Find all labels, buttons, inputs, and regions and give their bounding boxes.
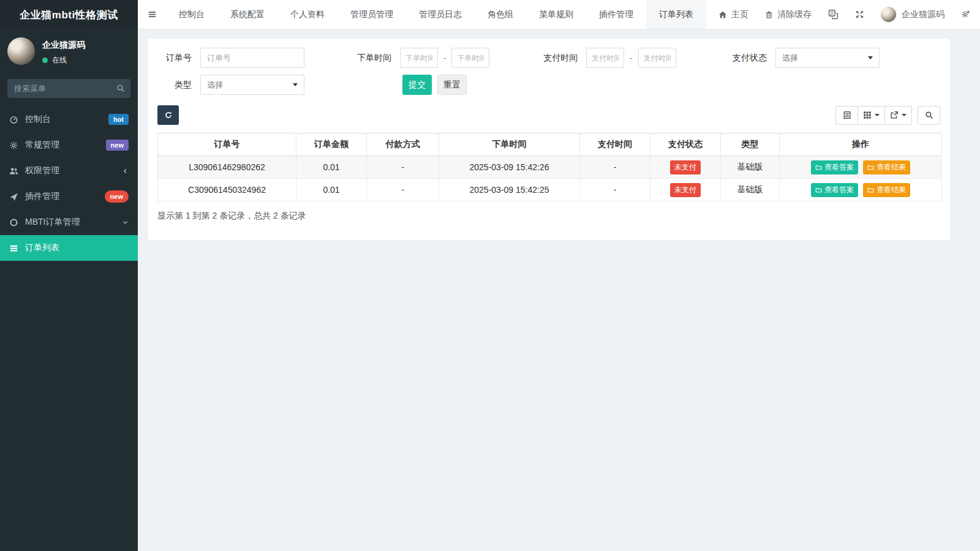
new-badge: new bbox=[106, 140, 129, 151]
home-link[interactable]: 主页 bbox=[718, 9, 748, 20]
reset-button[interactable]: 重置 bbox=[437, 75, 467, 95]
cogs-icon bbox=[9, 141, 18, 150]
toolbar-right bbox=[835, 106, 940, 125]
tab-role-group[interactable]: 角色组 bbox=[475, 0, 526, 29]
submit-button[interactable]: 提交 bbox=[402, 75, 432, 95]
pay-status-select[interactable]: 选择 bbox=[775, 48, 880, 68]
pay-time-end-input[interactable] bbox=[638, 48, 676, 68]
navbar-username: 企业猫源码 bbox=[902, 9, 944, 20]
top-navbar: 控制台 系统配置 个人资料 管理员管理 管理员日志 角色组 菜单规则 插件管理 … bbox=[138, 0, 980, 29]
hot-badge: hot bbox=[108, 114, 129, 125]
caret-down-icon bbox=[875, 114, 880, 116]
tab-addon-manage[interactable]: 插件管理 bbox=[586, 0, 646, 29]
sidebar-item-label: 常规管理 bbox=[25, 140, 59, 151]
cell-amount: 0.01 bbox=[296, 156, 367, 179]
menu-search-input[interactable] bbox=[7, 79, 130, 98]
view-answer-label: 查看答案 bbox=[824, 162, 854, 173]
view-result-button[interactable]: 查看结果 bbox=[863, 160, 910, 174]
range-separator: - bbox=[630, 53, 632, 62]
rocket-icon bbox=[9, 192, 18, 201]
sidebar-item-label: 插件管理 bbox=[25, 191, 59, 202]
content-panel: 订单号 下单时间 - 支付时间 - 支付状态 选择 类型 选择 提交 重置 bbox=[147, 38, 951, 241]
tab-system-config[interactable]: 系统配置 bbox=[217, 0, 277, 29]
folder-icon bbox=[867, 187, 874, 193]
sidebar-item-label: MBTI订单管理 bbox=[25, 217, 80, 228]
tab-admin-manage[interactable]: 管理员管理 bbox=[337, 0, 406, 29]
caret-down-icon bbox=[868, 56, 873, 59]
language-icon[interactable]: 文 bbox=[828, 9, 839, 20]
export-dropdown-button[interactable] bbox=[885, 106, 912, 125]
col-type: 类型 bbox=[721, 133, 780, 156]
tab-menu-rules[interactable]: 菜单规则 bbox=[526, 0, 586, 29]
tab-order-list[interactable]: 订单列表 bbox=[646, 0, 706, 29]
sidebar-item-general[interactable]: 常规管理 new bbox=[0, 132, 138, 158]
circle-o-icon bbox=[9, 218, 18, 227]
fullscreen-icon[interactable] bbox=[855, 10, 864, 19]
app-title: 企业猫mbti性格测试 bbox=[0, 0, 138, 29]
avatar bbox=[881, 7, 896, 22]
type-select[interactable]: 选择 bbox=[200, 75, 304, 95]
sidebar-item-auth[interactable]: 权限管理 bbox=[0, 158, 138, 184]
folder-icon bbox=[815, 187, 822, 193]
svg-text:文: 文 bbox=[829, 10, 834, 16]
sidebar-item-dashboard[interactable]: 控制台 hot bbox=[0, 107, 138, 132]
view-answer-label: 查看答案 bbox=[824, 185, 854, 195]
sidebar-item-label: 控制台 bbox=[25, 114, 51, 125]
tab-dashboard[interactable]: 控制台 bbox=[166, 0, 217, 29]
range-separator: - bbox=[443, 53, 446, 62]
orders-table: 订单号 订单金额 付款方式 下单时间 支付时间 支付状态 类型 操作 L3090… bbox=[157, 133, 942, 201]
cell-order-no: C309061450324962 bbox=[158, 179, 296, 201]
table-toolbar bbox=[157, 105, 940, 125]
type-select-value: 选择 bbox=[207, 80, 223, 91]
type-label: 类型 bbox=[157, 80, 192, 91]
cell-pay-method: - bbox=[367, 156, 439, 179]
order-no-input[interactable] bbox=[200, 48, 304, 68]
pay-status-select-value: 选择 bbox=[782, 53, 798, 64]
chevron-down-icon bbox=[122, 219, 129, 226]
new-badge: new bbox=[105, 190, 129, 203]
sidebar-item-label: 订单列表 bbox=[25, 242, 59, 253]
order-time-label: 下单时间 bbox=[352, 53, 391, 64]
folder-icon bbox=[815, 164, 822, 171]
caret-down-icon bbox=[902, 114, 907, 116]
user-status: 在线 bbox=[42, 55, 85, 66]
sidebar-item-order-list[interactable]: 订单列表 bbox=[0, 235, 138, 261]
order-time-end-input[interactable] bbox=[451, 48, 489, 68]
clear-cache-link[interactable]: 清除缓存 bbox=[765, 9, 812, 20]
table-row[interactable]: C309061450324962 0.01 - 2025-03-09 15:42… bbox=[158, 179, 942, 201]
columns-dropdown-button[interactable] bbox=[858, 106, 885, 125]
users-icon bbox=[9, 167, 18, 176]
sidebar-toggle-button[interactable] bbox=[138, 0, 166, 29]
clear-cache-label: 清除缓存 bbox=[777, 9, 812, 20]
cell-order-time: 2025-03-09 15:42:25 bbox=[439, 179, 580, 201]
caret-down-icon bbox=[293, 83, 298, 86]
order-time-start-input[interactable] bbox=[400, 48, 438, 68]
folder-icon bbox=[867, 164, 874, 171]
settings-cogs-icon[interactable] bbox=[961, 10, 970, 19]
cell-type: 基础版 bbox=[721, 179, 780, 201]
pay-time-label: 支付时间 bbox=[538, 53, 578, 64]
view-answer-button[interactable]: 查看答案 bbox=[811, 160, 858, 174]
search-icon[interactable] bbox=[116, 84, 125, 92]
sidebar-item-addons[interactable]: 插件管理 new bbox=[0, 184, 138, 209]
sidebar-item-mbti-orders[interactable]: MBTI订单管理 bbox=[0, 209, 138, 235]
tab-profile[interactable]: 个人资料 bbox=[277, 0, 337, 29]
view-result-button[interactable]: 查看结果 bbox=[863, 183, 910, 197]
user-status-label: 在线 bbox=[52, 55, 67, 66]
tab-admin-log[interactable]: 管理员日志 bbox=[406, 0, 475, 29]
view-answer-button[interactable]: 查看答案 bbox=[811, 183, 858, 197]
topbar-tabs: 控制台 系统配置 个人资料 管理员管理 管理员日志 角色组 菜单规则 插件管理 … bbox=[166, 0, 706, 29]
col-pay-status: 支付状态 bbox=[650, 133, 721, 156]
refresh-button[interactable] bbox=[157, 105, 179, 125]
table-row[interactable]: L309061462980262 0.01 - 2025-03-09 15:42… bbox=[158, 156, 942, 179]
pay-status-label: 支付状态 bbox=[728, 53, 767, 64]
cell-actions: 查看答案 查看结果 bbox=[780, 156, 942, 179]
view-button-group bbox=[835, 106, 912, 125]
cell-pay-method: - bbox=[367, 179, 439, 201]
navbar-user-menu[interactable]: 企业猫源码 bbox=[881, 7, 944, 22]
cell-pay-time: - bbox=[580, 179, 650, 201]
table-search-button[interactable] bbox=[918, 106, 940, 125]
pay-time-start-input[interactable] bbox=[586, 48, 624, 68]
pagination-toggle-button[interactable] bbox=[835, 106, 858, 125]
user-info: 企业猫源码 在线 bbox=[42, 37, 85, 66]
